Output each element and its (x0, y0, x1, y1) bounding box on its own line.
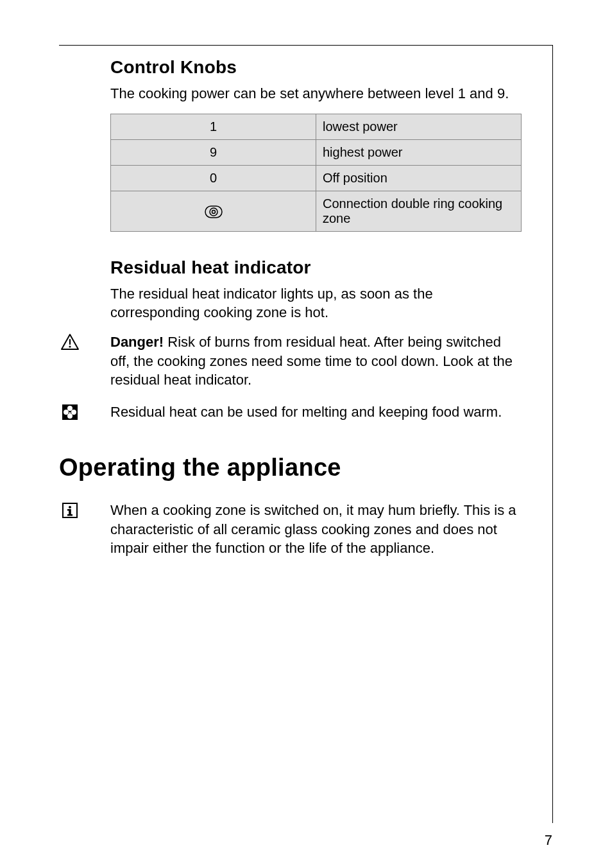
table-cell-right: highest power (316, 139, 522, 165)
operating-title: Operating the appliance (59, 454, 522, 482)
svg-rect-15 (67, 509, 70, 511)
danger-text: Danger! Risk of burns from residual heat… (110, 333, 522, 390)
svg-rect-10 (69, 412, 71, 417)
warning-icon (60, 333, 80, 352)
table-cell-left: 0 (111, 165, 316, 191)
clover-icon (60, 403, 80, 422)
table-cell-right: lowest power (316, 114, 522, 139)
double-ring-icon-cell (111, 191, 316, 231)
page-number: 7 (545, 832, 552, 849)
knobs-table: 1 lowest power 9 highest power 0 Off pos… (110, 114, 522, 232)
tip-text: Residual heat can be used for melting an… (110, 403, 522, 422)
table-cell-left: 9 (111, 139, 316, 165)
svg-point-1 (210, 208, 217, 216)
page-frame: Control Knobs The cooking power can be s… (59, 45, 553, 823)
control-knobs-intro: The cooking power can be set anywhere be… (110, 84, 522, 103)
residual-heat-title: Residual heat indicator (110, 257, 522, 278)
info-icon (60, 501, 80, 520)
danger-rest: Risk of burns from residual heat. After … (110, 334, 513, 388)
table-cell-right: Off position (316, 165, 522, 191)
svg-point-2 (212, 210, 215, 213)
svg-point-9 (71, 410, 76, 415)
content-area: Control Knobs The cooking power can be s… (59, 46, 552, 558)
double-ring-icon (205, 205, 223, 218)
table-row: 9 highest power (111, 139, 522, 165)
table-cell-left: 1 (111, 114, 316, 139)
svg-point-12 (69, 506, 71, 508)
table-row: 0 Off position (111, 165, 522, 191)
svg-point-8 (64, 410, 69, 415)
control-knobs-title: Control Knobs (110, 57, 522, 78)
table-cell-right: Connection double ring cooking zone (316, 191, 522, 231)
table-row: 1 lowest power (111, 114, 522, 139)
danger-label: Danger! (110, 334, 164, 350)
residual-heat-intro: The residual heat indicator lights up, a… (110, 284, 522, 322)
svg-rect-14 (67, 514, 72, 516)
tip-block: Residual heat can be used for melting an… (110, 403, 522, 422)
danger-block: Danger! Risk of burns from residual heat… (110, 333, 522, 390)
svg-point-4 (69, 345, 71, 347)
info-block: When a cooking zone is switched on, it m… (110, 501, 522, 558)
svg-point-6 (67, 406, 72, 411)
info-text: When a cooking zone is switched on, it m… (110, 501, 522, 558)
table-row: Connection double ring cooking zone (111, 191, 522, 231)
